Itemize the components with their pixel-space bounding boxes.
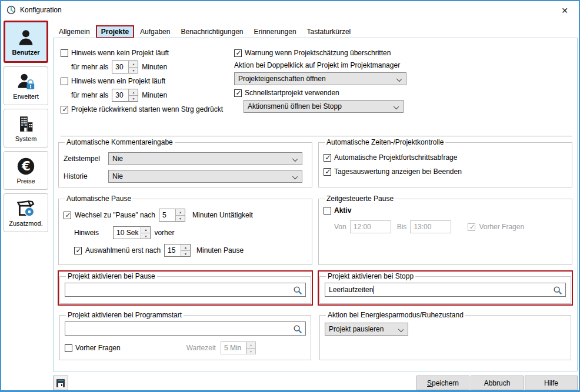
selected-value: Aktionsmenü öffnen bei Stopp <box>248 102 342 110</box>
spinner-up-icon[interactable] <box>176 209 185 216</box>
sidebar-item-preise[interactable]: € Preise <box>4 151 48 190</box>
activate-on-pause-group: Projekt aktivieren bei Pause <box>59 272 311 304</box>
projekte-tab-panel: Hinweis wenn kein Projekt läuft für mehr… <box>53 38 578 371</box>
tab-erinnerungen[interactable]: Erinnerungen <box>249 25 301 38</box>
pause-minutes-stepper[interactable]: 5 <box>159 209 185 222</box>
chevron-down-icon <box>292 156 298 162</box>
spinner-down-icon[interactable] <box>141 233 150 239</box>
spinner-up-icon[interactable] <box>181 244 190 251</box>
daily-report-checkbox[interactable] <box>324 168 331 176</box>
doubleclick-action-select[interactable]: Projekteigenschaften öffnen <box>234 72 406 85</box>
group-title: Automatische Pause <box>65 195 133 203</box>
configuration-dialog: Konfiguration ✕ Benutzer Erweitert <box>0 0 580 392</box>
sidebar-item-system[interactable]: System <box>4 109 48 148</box>
stepper-value: 30 <box>112 61 128 73</box>
sidebar-item-erweitert[interactable]: Erweitert <box>4 66 48 105</box>
selection-menu-label: Auswahlmenü erst nach <box>85 246 161 254</box>
quickstart-checkbox[interactable] <box>234 89 242 97</box>
activate-on-pause-search-input[interactable] <box>65 283 306 297</box>
selected-value: Projekt pausieren <box>329 325 384 333</box>
sidebar-item-benutzer[interactable]: Benutzer <box>4 21 48 63</box>
hint-no-project-row: Hinweis wenn kein Projekt läuft <box>61 49 223 57</box>
hint-no-project-checkbox[interactable] <box>61 49 68 57</box>
timestamp-row: Zeitstempel Nie <box>64 152 307 165</box>
euro-icon: € <box>16 156 36 176</box>
duration-prefix-label: für mehr als <box>71 63 108 71</box>
history-select[interactable]: Nie <box>108 170 302 183</box>
pause-hint-row: Hinweis 10 Sek vorher <box>74 226 307 239</box>
timestamp-select[interactable]: Nie <box>108 152 302 165</box>
selection-menu-row: Auswahlmenü erst nach 15 Minuten Pause <box>74 244 307 257</box>
timed-pause-active-row: Aktiv <box>324 206 567 215</box>
ask-before-checkbox <box>468 223 475 231</box>
selected-value: Projekteigenschaften öffnen <box>238 75 326 83</box>
selection-menu-checkbox[interactable] <box>74 247 82 254</box>
cancel-button-label: Abbruch <box>484 379 511 387</box>
daily-report-row: Tagesauswertung anzeigen bei Beenden <box>324 167 567 176</box>
tab-aufgaben[interactable]: Aufgaben <box>135 25 175 38</box>
spinner-up-icon[interactable] <box>141 227 150 233</box>
activate-on-start-search-input[interactable] <box>65 321 306 336</box>
save-profile-button[interactable] <box>53 376 68 390</box>
from-time-value: 12:00 <box>354 223 371 231</box>
pause-switch-checkbox[interactable] <box>64 212 71 219</box>
timed-pause-active-checkbox[interactable] <box>324 207 331 215</box>
spinner-down-icon[interactable] <box>129 68 138 73</box>
help-button-label: Hilfe <box>544 379 558 387</box>
spinner-up-icon[interactable] <box>129 89 138 96</box>
hint-one-project-checkbox[interactable] <box>61 78 68 85</box>
help-button[interactable]: Hilfe <box>525 376 578 390</box>
search-value: Leerlaufzeiten <box>329 286 373 294</box>
no-project-minutes-stepper[interactable]: 30 <box>112 61 138 73</box>
group-title: Zeitgesteuerte Pause <box>325 195 395 203</box>
pause-hint-suffix: vorher <box>154 229 174 237</box>
ask-before-label: Vorher Fragen <box>479 223 524 231</box>
activate-on-stop-group: Projekt aktivieren bei Stopp Leerlaufzei… <box>319 272 571 304</box>
cancel-button[interactable]: Abbruch <box>471 376 524 390</box>
hint-no-project-label: Hinweis wenn kein Projekt läuft <box>71 49 169 57</box>
pause-switch-label: Wechsel zu "Pause" nach <box>75 211 155 219</box>
window-title: Konfiguration <box>20 6 62 14</box>
spinner-up-icon[interactable] <box>129 61 138 68</box>
sidebar-item-label: Benutzer <box>12 49 39 56</box>
pause-hint-label: Hinweis <box>74 229 99 237</box>
hint-one-project-duration-row: für mehr als 30 Minuten <box>71 89 223 102</box>
spinner-down-icon[interactable] <box>181 251 190 257</box>
tab-allgemein[interactable]: Allgemein <box>54 25 95 38</box>
chevron-down-icon <box>292 174 298 179</box>
sidebar-item-label: Preise <box>16 177 35 185</box>
retroactive-checkbox[interactable] <box>61 106 68 113</box>
group-title: Projekt aktivieren bei Programmstart <box>66 311 184 319</box>
activate-on-stop-search-input[interactable]: Leerlaufzeiten <box>325 283 566 297</box>
tab-tastaturkuerzel[interactable]: Tastaturkürzel <box>302 25 356 38</box>
energy-action-select[interactable]: Projekt pausieren <box>325 323 408 336</box>
dialog-buttons: Speichern Abbruch Hilfe <box>416 376 578 390</box>
selection-menu-stepper[interactable]: 15 <box>164 244 191 257</box>
to-label: Bis <box>397 223 407 231</box>
selected-value: Nie <box>112 172 123 180</box>
spinner-down-icon[interactable] <box>176 216 185 222</box>
spinner-down-icon[interactable] <box>129 96 138 102</box>
save-button[interactable]: Speichern <box>416 376 469 390</box>
quickstart-action-select[interactable]: Aktionsmenü öffnen bei Stopp <box>244 100 404 113</box>
sidebar-item-zusatzmod[interactable]: Zusatzmod. <box>4 193 48 232</box>
start-ask-label: Vorher Fragen <box>75 344 121 352</box>
one-project-minutes-stepper[interactable]: 30 <box>112 89 138 102</box>
tab-benachrichtigungen[interactable]: Benachrichtigungen <box>176 25 248 38</box>
tab-projekte[interactable]: Projekte <box>96 25 134 38</box>
chevron-down-icon <box>394 104 399 109</box>
close-icon[interactable]: ✕ <box>559 5 571 16</box>
quickstart-label: Schnellstartprojekt verwenden <box>245 89 339 97</box>
warning-label: Warnung wenn Projektschätzung überschrit… <box>245 49 391 57</box>
svg-text:€: € <box>21 159 31 173</box>
chevron-down-icon <box>398 327 404 332</box>
pause-switch-row: Wechsel zu "Pause" nach 5 Minuten Untäti… <box>64 209 307 222</box>
warning-checkbox[interactable] <box>234 49 242 57</box>
save-icon <box>56 378 65 388</box>
start-ask-checkbox[interactable] <box>65 344 72 352</box>
energy-saving-group: Aktion bei Energiesparmodus/Ruhezustand … <box>319 311 571 360</box>
hint-settings-block: Hinweis wenn kein Projekt läuft für mehr… <box>61 49 223 113</box>
pause-hint-stepper[interactable]: 10 Sek <box>113 226 151 239</box>
time-project-control-group: Automatische Zeiten-/Projektkontrolle Au… <box>318 138 572 187</box>
progress-query-checkbox[interactable] <box>324 154 331 162</box>
